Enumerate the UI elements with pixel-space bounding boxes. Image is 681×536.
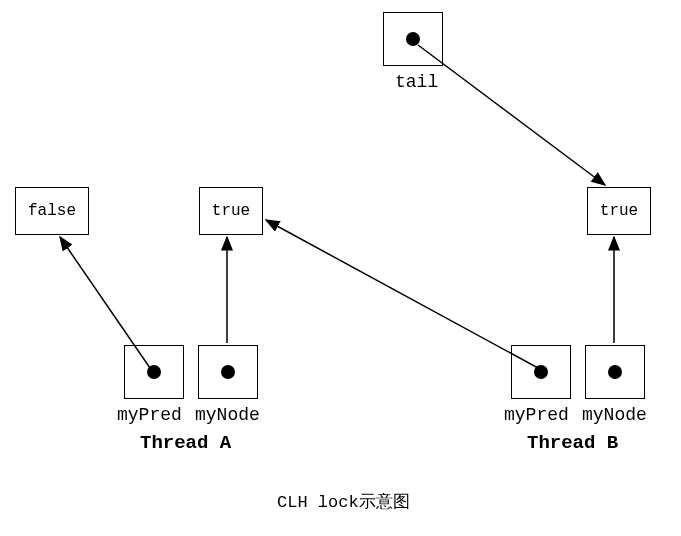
diagram-canvas: tail false true true myPred myNode Threa… (0, 0, 681, 536)
dot-icon (147, 365, 161, 379)
qnode-value: false (28, 202, 76, 220)
svg-line-4 (266, 220, 538, 368)
dot-icon (221, 365, 235, 379)
thread-b-mynode-label: myNode (582, 405, 647, 425)
thread-b-mypred-box (511, 345, 571, 399)
qnode-false: false (15, 187, 89, 235)
thread-b-mypred-label: myPred (504, 405, 569, 425)
qnode-true-b: true (587, 187, 651, 235)
dot-icon (406, 32, 420, 46)
svg-line-1 (418, 45, 605, 185)
thread-a-title: Thread A (140, 432, 231, 454)
thread-a-mynode-label: myNode (195, 405, 260, 425)
dot-icon (534, 365, 548, 379)
arrow-layer (0, 0, 681, 536)
dot-icon (608, 365, 622, 379)
qnode-value: true (600, 202, 638, 220)
thread-b-title: Thread B (527, 432, 618, 454)
tail-label: tail (395, 72, 438, 92)
thread-a-mypred-label: myPred (117, 405, 182, 425)
qnode-value: true (212, 202, 250, 220)
qnode-true-a: true (199, 187, 263, 235)
thread-a-mynode-box (198, 345, 258, 399)
diagram-caption: CLH lock示意图 (277, 490, 410, 513)
thread-a-mypred-box (124, 345, 184, 399)
tail-pointer-box (383, 12, 443, 66)
thread-b-mynode-box (585, 345, 645, 399)
